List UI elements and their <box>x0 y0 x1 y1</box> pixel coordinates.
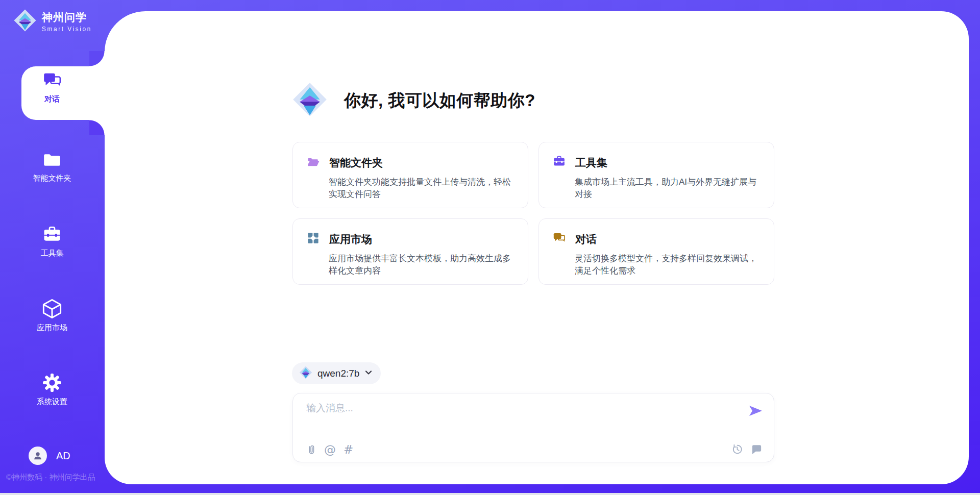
card-description: 灵活切换多模型文件，支持多样回复效果调试，满足个性化需求 <box>575 253 761 277</box>
hashtag-icon: # <box>344 444 353 455</box>
briefcase-icon <box>552 155 566 170</box>
card-title: 对话 <box>575 232 597 246</box>
bottom-edge-bar <box>0 493 980 495</box>
active-nav-bump-bottom-curve <box>89 120 105 135</box>
history-button[interactable] <box>731 443 743 455</box>
avatar <box>29 447 47 465</box>
card-description: 应用市场提供丰富长文本模板，助力高效生成多样化文章内容 <box>329 253 514 277</box>
greeting-title: 你好, 我可以如何帮助你? <box>344 89 535 112</box>
feature-card-chat[interactable]: 对话 灵活切换多模型文件，支持多样回复效果调试，满足个性化需求 <box>538 218 774 285</box>
topic-button[interactable]: # <box>344 444 353 455</box>
card-title: 应用市场 <box>329 232 372 246</box>
at-icon: @ <box>324 444 336 455</box>
greeting: 你好, 我可以如何帮助你? <box>292 82 535 119</box>
toolbox-icon <box>42 225 62 245</box>
user-profile[interactable]: AD <box>29 447 70 465</box>
paperclip-icon <box>305 444 316 455</box>
composer-divider <box>302 433 765 433</box>
feature-card-toolset[interactable]: 工具集 集成市场上主流工具，助力AI与外界无缝扩展与对接 <box>538 142 774 208</box>
chat-icon <box>42 70 62 91</box>
sidebar-item-toolset[interactable]: 工具集 <box>14 225 90 258</box>
brand: 神州问学 Smart Vision <box>13 7 92 36</box>
send-icon <box>747 403 764 419</box>
card-description: 集成市场上主流工具，助力AI与外界无缝扩展与对接 <box>575 176 761 201</box>
sidebar-footer: ©神州数码 · 神州问学出品 <box>6 473 104 482</box>
feature-card-app-market[interactable]: 应用市场 应用市场提供丰富长文本模板，助力高效生成多样化文章内容 <box>292 218 528 285</box>
grid-cube-icon <box>306 231 320 247</box>
folder-icon <box>42 150 62 170</box>
chat-bubble-icon <box>751 443 763 455</box>
composer: @ # <box>292 393 774 462</box>
model-selector[interactable]: qwen2:7b <box>292 362 381 384</box>
user-initials: AD <box>56 450 70 462</box>
gear-icon <box>41 372 63 393</box>
sidebar-item-smart-folder[interactable]: 智能文件夹 <box>14 150 90 183</box>
attach-button[interactable] <box>305 444 316 455</box>
sidebar-item-label: 智能文件夹 <box>33 174 71 183</box>
brand-logo-icon <box>13 7 37 36</box>
sidebar-item-app-market[interactable]: 应用市场 <box>14 298 90 333</box>
sidebar-item-label: 工具集 <box>41 249 64 258</box>
conversation-button[interactable] <box>751 443 763 455</box>
brand-subtitle: Smart Vision <box>42 26 92 33</box>
sidebar-item-chat[interactable]: 对话 <box>14 70 90 104</box>
user-icon <box>32 450 43 461</box>
card-title: 工具集 <box>575 156 607 170</box>
cube-icon <box>41 298 63 319</box>
folder-open-icon <box>306 155 320 170</box>
feature-card-smart-folder[interactable]: 智能文件夹 智能文件夹功能支持批量文件上传与清洗，轻松实现文件问答 <box>292 142 528 208</box>
app-root: { "brand": { "name": "神州问学", "subtitle":… <box>0 0 980 495</box>
mention-button[interactable]: @ <box>324 444 336 455</box>
chat-bubbles-icon <box>552 231 566 247</box>
brand-name: 神州问学 <box>42 10 92 24</box>
sidebar-item-settings[interactable]: 系统设置 <box>14 372 90 407</box>
card-title: 智能文件夹 <box>329 156 383 170</box>
greeting-logo-icon <box>292 82 328 119</box>
model-name: qwen2:7b <box>317 368 359 379</box>
sidebar-item-label: 应用市场 <box>37 323 67 333</box>
model-logo-icon <box>299 366 312 381</box>
message-input[interactable] <box>305 401 736 429</box>
sidebar-item-label: 系统设置 <box>37 397 67 407</box>
card-description: 智能文件夹功能支持批量文件上传与清洗，轻松实现文件问答 <box>329 176 514 201</box>
send-button[interactable] <box>747 403 764 419</box>
active-nav-bump-top-curve <box>89 51 105 66</box>
history-icon <box>731 443 743 455</box>
sidebar-item-label: 对话 <box>44 94 60 104</box>
chevron-down-icon <box>364 368 373 379</box>
